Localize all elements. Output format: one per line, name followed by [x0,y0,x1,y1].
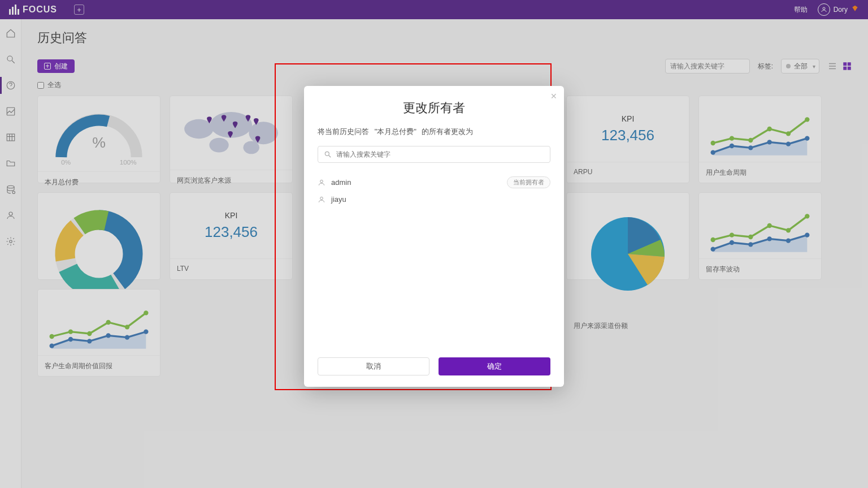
desc-item-name: "本月总付费" [375,127,416,136]
cancel-button[interactable]: 取消 [318,357,429,375]
svg-point-76 [325,152,329,156]
user-icon [318,196,326,204]
user-row[interactable]: jiayu [318,192,550,207]
confirm-button[interactable]: 确定 [439,357,550,375]
modal-search-input[interactable] [336,150,544,158]
svg-point-78 [320,180,323,183]
svg-point-79 [320,197,323,200]
desc-suffix: 的所有者更改为 [422,127,473,136]
search-icon [324,150,332,158]
current-owner-badge: 当前拥有者 [507,176,550,188]
user-icon [318,179,326,187]
modal-search-box[interactable] [318,146,550,163]
change-owner-modal: ✕ 更改所有者 将当前历史问答 "本月总付费" 的所有者更改为 admin 当前… [304,86,564,387]
modal-description: 将当前历史问答 "本月总付费" 的所有者更改为 [318,127,550,137]
modal-footer: 取消 确定 [304,348,564,387]
modal-title: 更改所有者 [304,86,564,127]
user-name-label: admin [331,178,351,187]
svg-line-77 [329,156,331,158]
user-name-label: jiayu [331,195,346,204]
user-row[interactable]: admin 当前拥有者 [318,173,550,192]
desc-prefix: 将当前历史问答 [318,127,369,136]
close-icon[interactable]: ✕ [550,92,557,101]
